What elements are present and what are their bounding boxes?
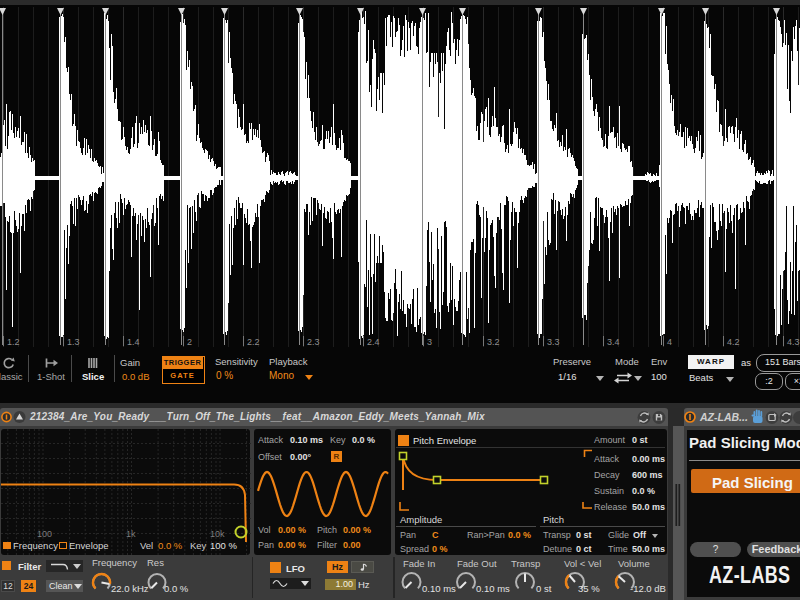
svg-text:3.4: 3.4 [607,337,620,347]
svg-text:3.3: 3.3 [547,337,560,347]
svg-text:2: 2 [187,337,192,347]
svg-text:3: 3 [427,337,432,347]
svg-text:2.2: 2.2 [247,337,260,347]
svg-text:1k: 1k [126,529,136,539]
svg-text:4.2: 4.2 [727,337,740,347]
svg-text:2.4: 2.4 [367,337,380,347]
svg-text:1.4: 1.4 [127,337,140,347]
svg-text:3.2: 3.2 [487,337,500,347]
svg-text:1.2: 1.2 [7,337,20,347]
svg-text:10k: 10k [210,529,225,539]
svg-text:4: 4 [667,337,672,347]
svg-text:4.3: 4.3 [787,337,800,347]
svg-text:2.3: 2.3 [307,337,320,347]
svg-text:1.3: 1.3 [67,337,80,347]
svg-text:100: 100 [37,529,52,539]
